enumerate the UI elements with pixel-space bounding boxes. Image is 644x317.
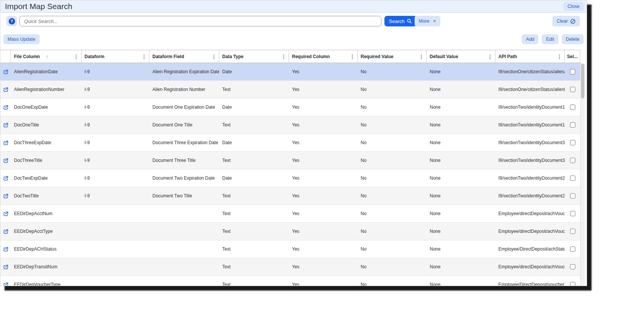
cell-required_value: No [358, 205, 427, 222]
header-cell-required_value[interactable]: Required Value⋮ [358, 50, 427, 63]
header-cell-required_column[interactable]: Required Column⋮ [289, 50, 358, 63]
row-select-checkbox[interactable] [570, 229, 575, 234]
delete-button[interactable]: Delete [562, 34, 584, 44]
cell-dataform: I-9 [81, 63, 149, 80]
open-record-icon[interactable] [3, 246, 9, 252]
open-record-icon[interactable] [3, 211, 9, 217]
row-select-cell [565, 116, 580, 134]
row-link-cell[interactable] [0, 223, 11, 240]
cell-required_value: No [358, 116, 427, 134]
table-row[interactable]: DocThreeTitleI-9Document Three TitleText… [0, 152, 580, 169]
cell-dataform: I-9 [81, 187, 149, 205]
action-row: Mass Update Add Edit Delete [0, 34, 587, 45]
cell-api_path: I9/sectionOne/citizenStatus/alienRe... [495, 81, 565, 98]
table-row[interactable]: DocOneExpDateI-9Document One Expiration … [0, 98, 580, 116]
cell-dataform_field [149, 276, 219, 286]
table-row[interactable]: DocTwoExpDateI-9Document Two Expiration … [0, 169, 580, 187]
row-select-checkbox[interactable] [570, 175, 575, 181]
column-menu-icon[interactable]: ⋮ [347, 54, 355, 60]
row-link-cell[interactable] [0, 276, 11, 286]
row-select-checkbox[interactable] [570, 158, 575, 163]
open-record-icon[interactable] [3, 282, 9, 286]
table-row[interactable]: DocThreeExpDateI-9Document Three Expirat… [0, 134, 580, 152]
cell-api_path: Employee/directDeposit/achVouche... [495, 205, 565, 222]
row-select-checkbox[interactable] [570, 122, 575, 128]
cell-data_type: Date [219, 169, 289, 187]
row-link-cell[interactable] [0, 98, 11, 116]
table-row[interactable]: EEDirDepAcctNumTextYesNoNoneEmployee/dir… [0, 205, 580, 223]
row-link-cell[interactable] [0, 205, 11, 222]
close-button[interactable]: Close [563, 2, 584, 11]
header-cell-data_type[interactable]: Data Type⋮ [219, 50, 289, 63]
row-link-cell[interactable] [0, 63, 11, 80]
header-cell-file_column[interactable]: File Column↑⋮ [11, 50, 81, 63]
column-menu-icon[interactable]: ⋮ [279, 54, 286, 60]
table-row[interactable]: DocTwoTitleI-9Document Two TitleTextYesN… [0, 187, 580, 205]
row-link-cell[interactable] [0, 134, 11, 151]
open-record-icon[interactable] [3, 87, 9, 92]
row-select-cell [565, 258, 580, 275]
clear-button[interactable]: Clear [552, 16, 580, 26]
open-record-icon[interactable] [3, 175, 9, 181]
table-row[interactable]: EEDirDepVoucherTypeTextYesNoNoneEmployee… [0, 276, 580, 286]
row-select-checkbox[interactable] [570, 140, 575, 145]
row-link-cell[interactable] [0, 81, 11, 98]
cell-api_path: I9/sectionTwo/identityDocument2/ex... [495, 169, 565, 187]
cell-dataform_field: Document One Title [149, 116, 219, 134]
open-record-icon[interactable] [3, 229, 9, 234]
header-cell-dataform[interactable]: Dataform⋮ [81, 50, 149, 63]
row-link-cell[interactable] [0, 187, 11, 205]
column-menu-icon[interactable]: ⋮ [485, 54, 493, 60]
row-select-checkbox[interactable] [570, 87, 575, 92]
search-button-label: Search [389, 18, 404, 24]
row-select-checkbox[interactable] [570, 105, 575, 110]
column-menu-icon[interactable]: ⋮ [71, 54, 79, 60]
scrollbar-thumb[interactable] [581, 64, 584, 98]
row-select-checkbox[interactable] [570, 211, 575, 216]
table-row[interactable]: EEDirDepACHStatusTextYesNoNoneEmployee/D… [0, 240, 580, 258]
table-row[interactable]: AlienRegistrationDateI-9Alien Registrati… [0, 63, 580, 81]
row-select-checkbox[interactable] [570, 264, 575, 269]
row-link-cell[interactable] [0, 258, 11, 275]
row-select-cell [565, 152, 580, 169]
table-row[interactable]: EEDirDepTransitNumTextYesNoNoneEmployee/… [0, 258, 580, 276]
table-row[interactable]: DocOneTitleI-9Document One TitleTextYesN… [0, 116, 580, 134]
table-row[interactable]: EEDirDepAcctTypeTextYesNoNoneEmployee/di… [0, 223, 580, 240]
help-button[interactable]: ? [6, 16, 17, 26]
row-select-checkbox[interactable] [570, 69, 575, 74]
more-button[interactable]: More [415, 16, 440, 26]
cell-file_column: AlienRegistrationDate [11, 63, 81, 80]
column-menu-icon[interactable]: ⋮ [555, 54, 562, 60]
open-record-icon[interactable] [3, 122, 9, 128]
row-link-cell[interactable] [0, 240, 11, 258]
column-menu-icon[interactable]: ⋮ [417, 54, 424, 60]
mass-update-button[interactable]: Mass Update [3, 34, 40, 44]
add-button[interactable]: Add [522, 34, 538, 44]
open-record-icon[interactable] [3, 158, 9, 163]
cell-dataform_field [149, 205, 219, 222]
row-select-checkbox[interactable] [570, 246, 575, 252]
cell-data_type: Text [219, 240, 289, 258]
row-select-checkbox[interactable] [570, 282, 575, 286]
column-menu-icon[interactable]: ⋮ [139, 54, 147, 60]
edit-button[interactable]: Edit [542, 34, 558, 44]
quick-search-input[interactable] [19, 16, 381, 26]
header-cell-api_path[interactable]: API Path⋮ [495, 50, 565, 63]
row-link-cell[interactable] [0, 116, 11, 134]
header-cell-default_value[interactable]: Default Value⋮ [427, 50, 495, 63]
header-cell-select[interactable]: Sel... [565, 50, 580, 63]
row-link-cell[interactable] [0, 152, 11, 169]
open-record-icon[interactable] [3, 105, 9, 110]
open-record-icon[interactable] [3, 69, 9, 75]
column-menu-icon[interactable]: ⋮ [209, 54, 217, 60]
open-record-icon[interactable] [3, 140, 9, 146]
header-cell-dataform_field[interactable]: Dataform Field⋮ [149, 50, 219, 63]
row-link-cell[interactable] [0, 169, 11, 187]
vertical-scrollbar[interactable] [580, 63, 585, 286]
row-select-checkbox[interactable] [570, 193, 575, 199]
table-row[interactable]: AlienRegistrationNumberI-9Alien Registra… [0, 81, 580, 98]
sort-ascending-icon[interactable]: ↑ [46, 54, 49, 59]
open-record-icon[interactable] [3, 193, 9, 199]
search-button[interactable]: Search [384, 16, 417, 26]
open-record-icon[interactable] [3, 264, 9, 270]
